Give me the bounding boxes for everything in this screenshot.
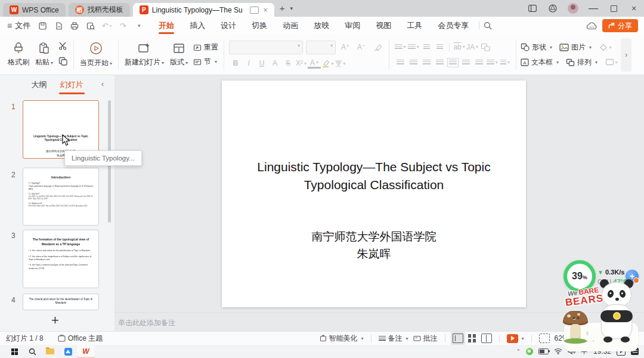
normal-view-icon[interactable] <box>453 334 463 343</box>
docer-template-tab[interactable]: 稻 找稻壳模板 <box>69 3 130 17</box>
numbered-list-icon[interactable]: ▾ <box>407 41 420 53</box>
start-button[interactable] <box>5 345 23 358</box>
play-from-current-button[interactable]: 当页开始▾ <box>77 41 115 69</box>
tray-expand-icon[interactable]: ⌃ <box>516 348 521 354</box>
shape-fill-icon[interactable]: ▾ <box>599 42 612 53</box>
shapes-button[interactable]: 形状▾ <box>521 42 552 53</box>
wifi-icon[interactable] <box>554 348 562 356</box>
increase-indent-icon[interactable] <box>433 41 446 53</box>
theme-button[interactable]: Office 主题 <box>58 334 103 344</box>
tab-home[interactable]: 开始 <box>151 17 182 35</box>
tab-view[interactable]: 视图 <box>368 17 399 35</box>
increase-font-icon[interactable]: A⁺ <box>339 42 352 53</box>
taskbar-search-icon[interactable] <box>23 345 41 358</box>
slide-thumbnail-4[interactable]: The criteria and notion for the identifi… <box>23 294 99 310</box>
cut-icon[interactable] <box>58 42 68 53</box>
clear-format-icon[interactable] <box>371 42 384 53</box>
slide-thumbnail-2[interactable]: Introduction • 1. Typology? • Topic-prom… <box>23 168 99 226</box>
picture-button[interactable]: 图片▾ <box>559 42 592 53</box>
font-color-icon[interactable]: A▾ <box>308 58 321 69</box>
spacing-decrease-icon[interactable] <box>472 57 485 68</box>
italic-icon[interactable]: I <box>242 58 255 69</box>
section-button[interactable]: 节▾ <box>193 57 218 67</box>
print-icon[interactable] <box>69 20 80 32</box>
textbox-button[interactable]: A 文本框▾ <box>521 57 559 67</box>
pinyin-guide-icon[interactable]: wén文▾ <box>334 58 347 69</box>
share-button[interactable]: 分享 <box>602 19 638 32</box>
file-menu-button[interactable]: ≡ 文件 <box>0 20 36 31</box>
distribute-icon[interactable] <box>446 57 459 68</box>
superscript-icon[interactable]: X²▾ <box>295 58 308 69</box>
search-icon[interactable] <box>482 20 494 32</box>
fit-slide-icon[interactable] <box>539 334 550 343</box>
tab-design[interactable]: 设计 <box>213 17 244 35</box>
file-explorer-icon[interactable] <box>41 345 59 358</box>
document-tab[interactable]: P Linguistic Typology—The Su × <box>133 3 274 17</box>
format-painter-button[interactable]: 格式刷 <box>5 41 32 69</box>
battery-icon[interactable] <box>538 348 549 354</box>
bullet-list-icon[interactable]: ▾ <box>394 41 407 53</box>
new-slide-button[interactable]: 新建幻灯片▾ <box>122 41 167 69</box>
paste-button[interactable]: 粘贴▾ <box>32 41 56 69</box>
reading-view-icon[interactable] <box>481 334 492 343</box>
slide-sorter-view-icon[interactable] <box>468 334 476 342</box>
decrease-indent-icon[interactable] <box>420 41 433 53</box>
tab-review[interactable]: 审阅 <box>337 17 368 35</box>
close-button[interactable]: × <box>624 0 644 17</box>
cloud-sync-icon[interactable] <box>586 20 597 32</box>
line-spacing-icon[interactable]: ▾ <box>485 57 499 68</box>
reset-slide-button[interactable]: 重置 <box>193 42 218 53</box>
slideshow-play-button[interactable]: ▾ <box>507 334 524 343</box>
text-orientation-icon[interactable]: JA▾ <box>466 41 479 53</box>
comments-button[interactable]: 批注 <box>413 334 438 344</box>
tab-insert[interactable]: 插入 <box>182 17 213 35</box>
convert-smartart-icon[interactable] <box>479 41 492 53</box>
tab-animation[interactable]: 动画 <box>275 17 306 35</box>
present-on-monitor-icon[interactable] <box>250 7 259 14</box>
arrange-button[interactable]: 排列▾ <box>566 57 597 67</box>
undo-icon[interactable]: ↶▾ <box>101 20 113 32</box>
meeting-app-icon[interactable] <box>59 345 77 358</box>
new-tab-button[interactable]: + <box>280 0 285 17</box>
tab-slideshow[interactable]: 放映 <box>306 17 337 35</box>
save-icon[interactable] <box>36 20 48 32</box>
copy-icon[interactable] <box>58 57 68 68</box>
align-left-icon[interactable] <box>394 57 407 68</box>
slide-layout-button[interactable]: 版式▾ <box>167 41 191 69</box>
smart-beautify-button[interactable]: 智能美化▾ <box>320 334 364 344</box>
restore-button[interactable] <box>603 0 624 17</box>
highlight-color-icon[interactable]: ▾ <box>321 58 334 69</box>
quickbar-dropdown-icon[interactable]: ▾ <box>133 20 145 32</box>
wps-taskbar-icon[interactable]: W <box>77 345 95 358</box>
print-preview-icon[interactable] <box>85 20 97 32</box>
tab-tools[interactable]: 工具 <box>399 17 430 35</box>
add-slide-button[interactable]: + <box>51 313 59 328</box>
wps-home-tab[interactable]: W WPS Office <box>3 3 66 17</box>
user-avatar[interactable] <box>563 0 583 17</box>
outline-tab[interactable]: 大纲 <box>32 79 47 90</box>
antivirus-tray-icon[interactable] <box>526 348 533 355</box>
shape-outline-icon[interactable]: ▾ <box>605 57 618 68</box>
redo-icon[interactable]: ↷ <box>117 20 129 32</box>
slide-thumbnail-3[interactable]: The formation of the typological view of… <box>23 230 99 288</box>
collapse-panel-icon[interactable]: ‹ <box>101 80 104 88</box>
slides-tab[interactable]: 幻灯片 <box>60 79 83 90</box>
export-pdf-icon[interactable] <box>52 20 64 32</box>
strikethrough-icon[interactable]: S <box>281 58 295 69</box>
notes-button[interactable]: 备注▾ <box>379 334 408 344</box>
minimize-button[interactable]: — <box>583 0 603 17</box>
slide-canvas[interactable]: Linguistic Typology—The Subject vs Topic… <box>222 81 526 307</box>
justify-icon[interactable] <box>433 57 446 68</box>
slide-title-text[interactable]: Linguistic Typology—The Subject vs Topic… <box>234 158 514 195</box>
vertical-align-icon[interactable]: ▾ <box>499 57 512 68</box>
labs-globe-icon[interactable] <box>543 0 563 17</box>
ribbon-expand-icon[interactable]: › <box>621 38 631 72</box>
text-shadow-icon[interactable]: A <box>268 58 281 69</box>
spacing-increase-icon[interactable] <box>459 57 472 68</box>
font-size-select[interactable] <box>306 41 336 54</box>
font-family-select[interactable] <box>229 41 303 54</box>
tab-transition[interactable]: 切换 <box>244 17 275 35</box>
sidebar-toggle-icon[interactable] <box>522 0 543 17</box>
underline-icon[interactable]: U <box>255 58 268 69</box>
align-right-icon[interactable] <box>420 57 433 68</box>
